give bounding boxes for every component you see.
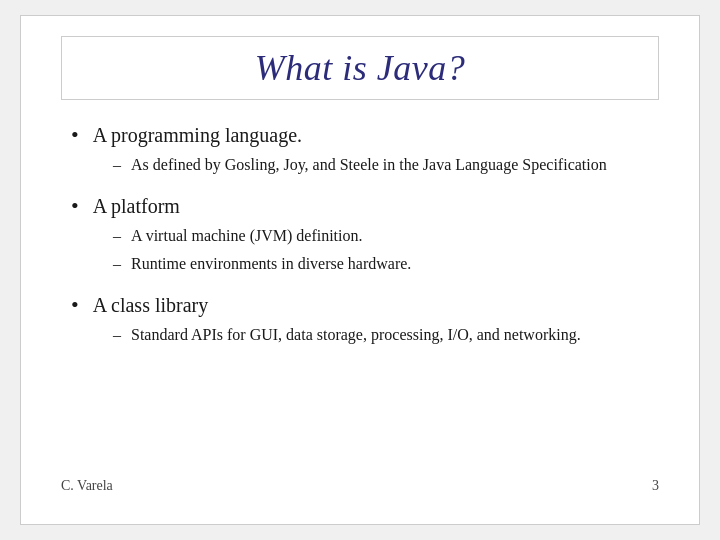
sub-text-jvm: A virtual machine (JVM) definition. xyxy=(131,224,363,248)
sub-item-runtime: – Runtime environments in diverse hardwa… xyxy=(113,252,659,276)
slide: What is Java? • A programming language. … xyxy=(20,15,700,525)
bullet-main-classlibrary: • A class library xyxy=(71,294,659,317)
bullet-main-programming: • A programming language. xyxy=(71,124,659,147)
sub-items-programming: – As defined by Gosling, Joy, and Steele… xyxy=(71,153,659,177)
sub-dash-4: – xyxy=(113,323,121,347)
sub-dash-3: – xyxy=(113,252,121,276)
bullet-text-classlibrary: A class library xyxy=(93,294,209,317)
sub-items-classlibrary: – Standard APIs for GUI, data storage, p… xyxy=(71,323,659,347)
sub-text-apis: Standard APIs for GUI, data storage, pro… xyxy=(131,323,581,347)
bullet-item-programming: • A programming language. – As defined b… xyxy=(71,124,659,177)
slide-title: What is Java? xyxy=(82,47,638,89)
sub-items-platform: – A virtual machine (JVM) definition. – … xyxy=(71,224,659,276)
title-box: What is Java? xyxy=(61,36,659,100)
sub-text-gosling: As defined by Gosling, Joy, and Steele i… xyxy=(131,153,607,177)
bullet-text-platform: A platform xyxy=(93,195,180,218)
bullet-dot-3: • xyxy=(71,294,79,316)
sub-text-runtime: Runtime environments in diverse hardware… xyxy=(131,252,411,276)
footer-author: C. Varela xyxy=(61,478,113,494)
bullet-text-programming: A programming language. xyxy=(93,124,302,147)
sub-dash-2: – xyxy=(113,224,121,248)
bullet-dot: • xyxy=(71,124,79,146)
slide-footer: C. Varela 3 xyxy=(61,468,659,494)
sub-item: – As defined by Gosling, Joy, and Steele… xyxy=(113,153,659,177)
footer-page: 3 xyxy=(652,478,659,494)
bullet-dot-2: • xyxy=(71,195,79,217)
sub-item-jvm: – A virtual machine (JVM) definition. xyxy=(113,224,659,248)
sub-item-apis: – Standard APIs for GUI, data storage, p… xyxy=(113,323,659,347)
bullet-item-platform: • A platform – A virtual machine (JVM) d… xyxy=(71,195,659,276)
slide-content: • A programming language. – As defined b… xyxy=(61,124,659,468)
bullet-item-classlibrary: • A class library – Standard APIs for GU… xyxy=(71,294,659,347)
bullet-main-platform: • A platform xyxy=(71,195,659,218)
sub-dash: – xyxy=(113,153,121,177)
